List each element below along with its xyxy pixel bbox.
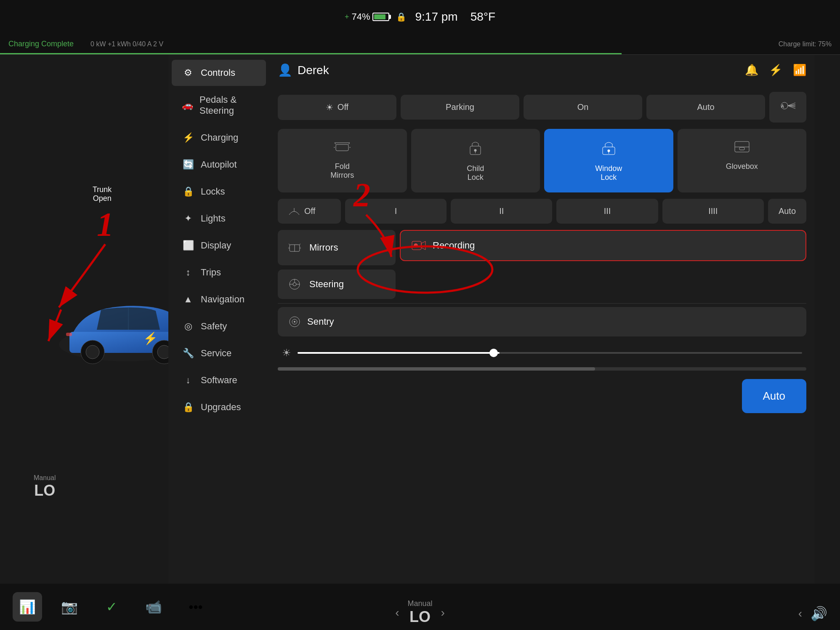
bottom-nav: 📊 📷 ✓ 📹 ••• ‹ Manual LO › ‹ 🔊 bbox=[0, 584, 840, 630]
sidebar-label-autopilot: Autopilot bbox=[201, 159, 237, 170]
sidebar-item-trips[interactable]: ↕ Trips bbox=[172, 259, 266, 286]
controls-icon: ⚙ bbox=[182, 67, 194, 78]
charge-progress-bar bbox=[0, 53, 622, 54]
charging-icon: ⚡ bbox=[182, 132, 194, 143]
sidebar-item-autopilot[interactable]: 🔄 Autopilot bbox=[172, 152, 266, 178]
bar-chart-icon: 📊 bbox=[19, 599, 36, 615]
sidebar-label-lights: Lights bbox=[201, 213, 226, 224]
steering-item[interactable]: Steering bbox=[278, 270, 396, 299]
sidebar-item-pedals[interactable]: 🚗 Pedals & Steering bbox=[172, 87, 266, 124]
sidebar-label-service: Service bbox=[201, 348, 231, 359]
wipers-speed1-button[interactable]: I bbox=[345, 199, 447, 224]
sidebar-item-navigation[interactable]: ▲ Navigation bbox=[172, 286, 266, 312]
sentry-item[interactable]: Sentry bbox=[278, 307, 806, 336]
sidebar-item-service[interactable]: 🔧 Service bbox=[172, 340, 266, 366]
sidebar-item-safety[interactable]: ◎ Safety bbox=[172, 313, 266, 339]
bell-icon[interactable]: 🔔 bbox=[745, 64, 758, 77]
steering-icon bbox=[288, 278, 301, 291]
manual-lo-center: Manual LO bbox=[407, 599, 432, 626]
wipers-off-button[interactable]: Off bbox=[278, 199, 341, 224]
lights-on-label: On bbox=[577, 102, 589, 112]
sidebar-item-locks[interactable]: 🔒 Locks bbox=[172, 179, 266, 205]
service-icon: 🔧 bbox=[182, 348, 194, 359]
sidebar-item-upgrades[interactable]: 🔒 Upgrades bbox=[172, 394, 266, 420]
lights-auto-button[interactable]: Auto bbox=[646, 95, 765, 120]
recording-item[interactable]: Recording bbox=[400, 230, 806, 261]
navigation-icon: ▲ bbox=[182, 294, 194, 305]
sidebar-item-software[interactable]: ↓ Software bbox=[172, 367, 266, 393]
lights-parking-button[interactable]: Parking bbox=[401, 95, 519, 120]
status-temp: 58°F bbox=[471, 10, 495, 24]
nav-bar-chart[interactable]: 📊 bbox=[13, 592, 42, 622]
left-chevron[interactable]: ‹ bbox=[395, 606, 399, 619]
charging-title: Charging Complete bbox=[8, 40, 74, 48]
scroll-bar[interactable] bbox=[278, 367, 806, 371]
child-lock-button[interactable]: ChildLock bbox=[411, 129, 540, 192]
speaker-icon[interactable]: 🔊 bbox=[811, 606, 827, 622]
nav-check[interactable]: ✓ bbox=[97, 592, 126, 622]
nav-dashcam[interactable]: 📹 bbox=[139, 592, 168, 622]
brightness-slider[interactable] bbox=[298, 352, 802, 354]
left-arrow-nav[interactable]: ‹ bbox=[798, 607, 802, 620]
sidebar-item-charging[interactable]: ⚡ Charging bbox=[172, 125, 266, 151]
battery-icon bbox=[372, 13, 389, 21]
auto-climate-label: Auto bbox=[763, 390, 786, 402]
brightness-thumb[interactable] bbox=[489, 349, 498, 357]
svg-point-36 bbox=[293, 283, 296, 286]
lights-on-button[interactable]: On bbox=[524, 95, 642, 120]
sidebar-item-display[interactable]: ⬜ Display bbox=[172, 232, 266, 259]
sidebar-label-navigation: Navigation bbox=[201, 294, 245, 305]
charging-stat-detail: 0 kW +1 kWh 0/40 A 2 V bbox=[90, 40, 163, 48]
wipers-auto-button[interactable]: Auto bbox=[768, 199, 806, 224]
glovebox-button[interactable]: Glovebox bbox=[678, 129, 807, 192]
wipers-speed2-button[interactable]: II bbox=[451, 199, 552, 224]
sidebar-label-upgrades: Upgrades bbox=[201, 402, 241, 413]
sidebar-label-locks: Locks bbox=[201, 186, 225, 197]
wipers-speed3-button[interactable]: III bbox=[556, 199, 658, 224]
sidebar-item-lights[interactable]: ✦ Lights bbox=[172, 206, 266, 232]
sidebar-label-charging: Charging bbox=[201, 132, 238, 143]
upgrades-icon: 🔒 bbox=[182, 402, 194, 413]
wiper-speed2-label: II bbox=[499, 206, 504, 216]
trunk-bottom-label: Trunk bbox=[93, 185, 112, 194]
lo-text-left: LO bbox=[34, 482, 56, 499]
fold-mirrors-icon bbox=[334, 139, 351, 157]
recording-label: Recording bbox=[433, 240, 475, 251]
child-lock-label: ChildLock bbox=[467, 164, 484, 182]
wipers-speed4-button[interactable]: IIII bbox=[662, 199, 764, 224]
svg-point-34 bbox=[414, 243, 418, 248]
right-chevron[interactable]: › bbox=[441, 606, 445, 619]
fold-mirrors-button[interactable]: FoldMirrors bbox=[278, 129, 407, 192]
controls-grid: FoldMirrors ChildLock bbox=[278, 129, 806, 192]
trunk-open-bottom: Trunk Open bbox=[93, 185, 112, 203]
trips-icon: ↕ bbox=[182, 267, 194, 278]
window-lock-button[interactable]: WindowLock bbox=[544, 129, 673, 192]
sidebar-label-display: Display bbox=[201, 240, 231, 251]
manual-lo-left: Manual LO bbox=[34, 474, 56, 499]
sidebar-item-controls[interactable]: ⚙ Controls bbox=[172, 60, 266, 86]
mirrors-item[interactable]: Mirrors bbox=[278, 230, 396, 265]
safety-icon: ◎ bbox=[182, 321, 194, 332]
camera-icon: 📷 bbox=[61, 599, 78, 615]
lights-section: ☀ Off Parking On Auto A bbox=[278, 92, 806, 123]
dots-icon: ••• bbox=[189, 599, 203, 615]
autopilot-icon: 🔄 bbox=[182, 159, 194, 170]
recording-icon bbox=[411, 239, 426, 252]
mirrors-adjust-icon bbox=[288, 243, 301, 253]
charging-stats: 0 kW +1 kWh 0/40 A 2 V bbox=[90, 40, 163, 48]
child-lock-icon bbox=[468, 139, 483, 159]
nav-camera[interactable]: 📷 bbox=[55, 592, 84, 622]
auto-climate-button[interactable]: Auto bbox=[742, 379, 807, 413]
user-name-text: Derek bbox=[298, 64, 329, 77]
lights-auto-label: Auto bbox=[697, 102, 714, 112]
glovebox-label: Glovebox bbox=[726, 162, 758, 171]
trunk-bottom-sublabel: Open bbox=[93, 194, 112, 203]
sentry-label: Sentry bbox=[307, 316, 334, 327]
svg-rect-28 bbox=[739, 147, 744, 150]
wifi-icon[interactable]: 📶 bbox=[793, 64, 806, 77]
bluetooth-icon[interactable]: ⚡ bbox=[769, 64, 782, 77]
lights-off-button[interactable]: ☀ Off bbox=[278, 95, 396, 120]
lights-parking-label: Parking bbox=[446, 102, 474, 112]
auto-headlamp-icon: A bbox=[779, 99, 796, 115]
nav-dots[interactable]: ••• bbox=[181, 592, 210, 622]
